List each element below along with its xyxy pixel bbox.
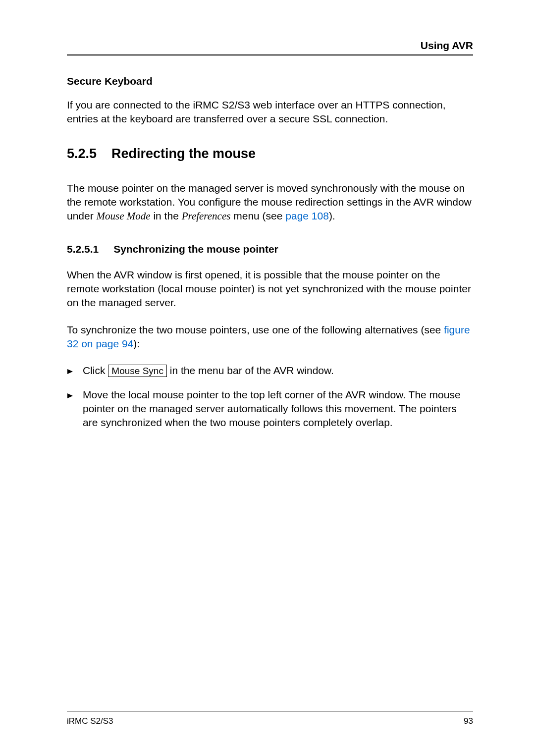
mouse-sync-button: Mouse Sync — [108, 365, 167, 377]
list-item: Click Mouse Sync in the menu bar of the … — [67, 364, 473, 378]
triangle-bullet-icon — [67, 365, 74, 378]
intro-mid1: in the — [151, 210, 182, 221]
subsection-title: Synchronizing the mouse pointer — [113, 243, 278, 255]
page-footer: iRMC S2/S3 93 — [67, 711, 473, 726]
alternatives-list: Click Mouse Sync in the menu bar of the … — [67, 364, 473, 430]
page-header: Using AVR — [67, 40, 473, 55]
footer-page-number: 93 — [464, 716, 473, 726]
section-heading: 5.2.5 Redirecting the mouse — [67, 146, 473, 162]
para2-after: ): — [133, 338, 140, 349]
subsection-number: 5.2.5.1 — [67, 243, 99, 255]
section-intro: The mouse pointer on the managed server … — [67, 181, 473, 223]
bullet1-after: in the menu bar of the AVR window. — [167, 365, 334, 376]
intro-italic-mouse-mode: Mouse Mode — [97, 210, 151, 222]
section-title: Redirecting the mouse — [111, 146, 256, 162]
bullet-1-content: Click Mouse Sync in the menu bar of the … — [83, 364, 473, 378]
subsection-heading: 5.2.5.1 Synchronizing the mouse pointer — [67, 243, 473, 255]
sync-intro-para: When the AVR window is first opened, it … — [67, 268, 473, 310]
page-container: Using AVR Secure Keyboard If you are con… — [0, 0, 535, 756]
intro-after: ). — [329, 210, 335, 221]
bullet1-before: Click — [83, 365, 108, 376]
footer-left: iRMC S2/S3 — [67, 716, 113, 726]
section-number: 5.2.5 — [67, 146, 97, 162]
secure-keyboard-heading: Secure Keyboard — [67, 75, 473, 87]
svg-marker-0 — [67, 369, 73, 374]
sync-alternatives-para: To synchronize the two mouse pointers, u… — [67, 323, 473, 351]
bullet-2-content: Move the local mouse pointer to the top … — [83, 388, 473, 430]
secure-keyboard-body: If you are connected to the iRMC S2/S3 w… — [67, 98, 473, 126]
page-108-link[interactable]: page 108 — [285, 210, 329, 221]
para2-before: To synchronize the two mouse pointers, u… — [67, 324, 444, 335]
list-item: Move the local mouse pointer to the top … — [67, 388, 473, 430]
intro-mid2: menu (see — [230, 210, 285, 221]
triangle-bullet-icon — [67, 389, 74, 430]
header-title: Using AVR — [421, 40, 473, 52]
intro-italic-preferences: Preferences — [182, 210, 231, 222]
svg-marker-1 — [67, 393, 73, 398]
